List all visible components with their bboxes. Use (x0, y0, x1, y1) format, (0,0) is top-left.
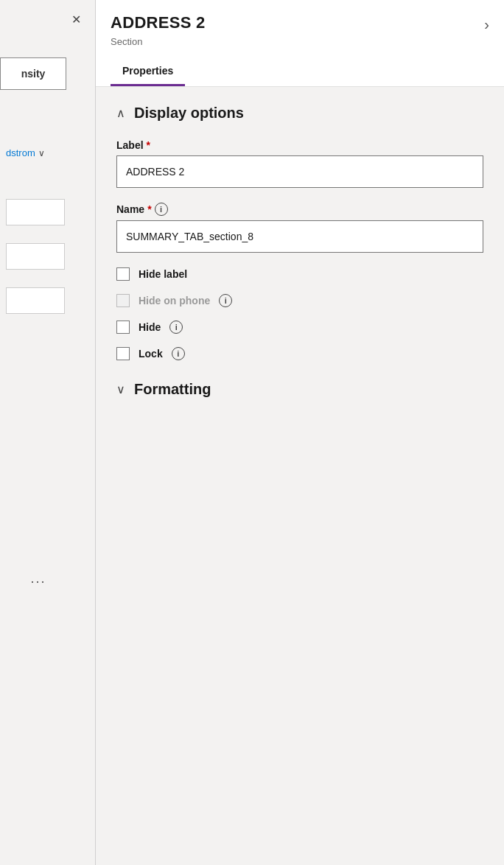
right-panel: ADDRESS 2 › Section Properties ∧ Display… (96, 0, 504, 865)
lock-text: Lock (139, 348, 163, 360)
left-rect-1 (6, 199, 65, 225)
label-input[interactable] (116, 155, 483, 188)
label-field-label: Label * (116, 139, 483, 151)
lock-row: Lock i (116, 347, 483, 360)
tabs-row: Properties (111, 57, 489, 86)
hide-label-row: Hide label (116, 267, 483, 281)
left-box: nsity (0, 57, 66, 90)
dots-handle-icon: ⋮ (29, 575, 47, 586)
name-input[interactable] (116, 220, 483, 253)
hide-label-text: Hide label (139, 268, 187, 280)
panel-title: ADDRESS 2 (111, 13, 206, 32)
hide-checkbox[interactable] (116, 321, 130, 334)
name-required-star: * (147, 203, 151, 215)
left-rect-3 (6, 287, 65, 314)
formatting-title: Formatting (134, 381, 211, 398)
left-link[interactable]: dstrom ∨ (6, 147, 45, 158)
label-required-star: * (147, 139, 150, 151)
hide-label-checkbox[interactable] (116, 267, 130, 281)
panel-header: ADDRESS 2 › Section Properties (96, 0, 504, 87)
left-rect-2 (6, 243, 65, 270)
panel-body: ∧ Display options Label * Name * i Hide … (96, 87, 504, 416)
expand-icon[interactable]: ∨ (116, 382, 125, 396)
name-field-label: Name * i (116, 203, 483, 216)
hide-on-phone-checkbox (116, 294, 130, 307)
display-options-header: ∧ Display options (116, 105, 483, 122)
hide-on-phone-info-icon[interactable]: i (219, 294, 232, 307)
hide-info-icon[interactable]: i (169, 321, 183, 334)
label-field-group: Label * (116, 139, 483, 188)
close-button[interactable]: ✕ (67, 10, 85, 28)
name-info-icon[interactable]: i (155, 203, 168, 216)
hide-on-phone-row: Hide on phone i (116, 294, 483, 307)
formatting-header: ∨ Formatting (116, 381, 483, 398)
tab-properties[interactable]: Properties (111, 57, 185, 86)
chevron-right-icon[interactable]: › (484, 16, 489, 33)
hide-text: Hide (139, 321, 161, 333)
chevron-down-icon: ∨ (38, 148, 45, 158)
panel-subtitle: Section (111, 36, 489, 47)
name-field-group: Name * i (116, 203, 483, 253)
left-panel: ✕ nsity dstrom ∨ ⋮ (0, 0, 96, 865)
hide-row: Hide i (116, 321, 483, 334)
hide-on-phone-text: Hide on phone (139, 295, 210, 307)
collapse-icon[interactable]: ∧ (116, 106, 125, 120)
display-options-title: Display options (134, 105, 244, 122)
lock-checkbox[interactable] (116, 347, 130, 360)
lock-info-icon[interactable]: i (172, 347, 185, 360)
